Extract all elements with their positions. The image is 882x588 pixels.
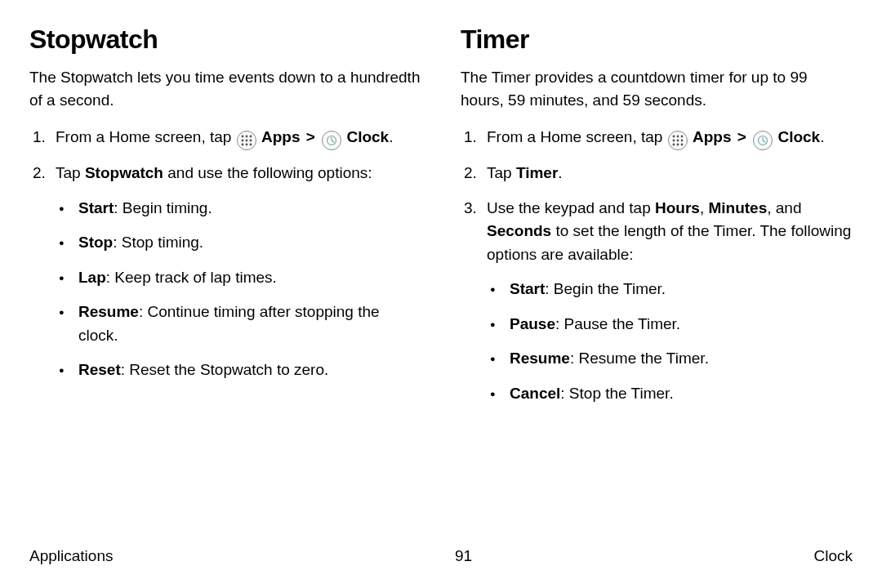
page-footer: Applications 91 Clock [29, 547, 853, 565]
clock-icon [753, 131, 773, 150]
list-item: Resume: Continue timing after stopping t… [56, 301, 421, 347]
timer-section: Timer The Timer provides a countdown tim… [461, 24, 853, 416]
timer-options-list: Start: Begin the Timer. Pause: Pause the… [487, 278, 853, 405]
timer-intro: The Timer provides a countdown timer for… [461, 66, 853, 111]
list-item: Pause: Pause the Timer. [487, 313, 853, 336]
stopwatch-options-list: Start: Begin timing. Stop: Stop timing. … [56, 197, 421, 382]
timer-step-1: From a Home screen, tap Apps > [461, 126, 853, 150]
svg-point-0 [241, 136, 243, 138]
chevron-icon: > [306, 128, 315, 145]
footer-left: Applications [29, 547, 113, 565]
stopwatch-section: Stopwatch The Stopwatch lets you time ev… [29, 24, 421, 416]
chevron-icon: > [737, 128, 746, 145]
svg-point-2 [249, 136, 252, 138]
svg-point-16 [672, 144, 675, 146]
stopwatch-heading: Stopwatch [29, 24, 421, 55]
svg-point-6 [241, 144, 243, 146]
svg-point-11 [676, 136, 679, 138]
timer-step-3: Use the keypad and tap Hours, Minutes, a… [461, 197, 853, 406]
list-item: Lap: Keep track of lap times. [56, 266, 421, 290]
footer-page-number: 91 [455, 547, 472, 565]
timer-heading: Timer [461, 24, 853, 55]
stopwatch-steps: From a Home screen, tap Apps > [29, 126, 421, 382]
list-item: Start: Begin the Timer. [487, 278, 853, 301]
apps-icon [237, 131, 256, 150]
svg-point-17 [676, 144, 679, 146]
svg-point-7 [245, 144, 247, 146]
svg-point-13 [672, 140, 675, 142]
footer-right: Clock [813, 547, 853, 565]
svg-point-4 [245, 140, 247, 142]
timer-steps: From a Home screen, tap Apps > [461, 126, 853, 405]
list-item: Resume: Resume the Timer. [487, 347, 853, 371]
svg-point-8 [249, 144, 252, 146]
apps-icon [668, 131, 688, 150]
svg-point-14 [676, 140, 679, 142]
timer-step-2: Tap Timer. [461, 162, 853, 185]
list-item: Reset: Reset the Stopwatch to zero. [56, 359, 421, 382]
svg-point-10 [672, 136, 675, 138]
list-item: Cancel: Stop the Timer. [487, 382, 853, 406]
svg-point-18 [680, 144, 683, 146]
svg-point-1 [245, 136, 247, 138]
list-item: Stop: Stop timing. [56, 231, 421, 255]
apps-label: Apps [261, 128, 301, 145]
clock-label: Clock [346, 128, 389, 145]
list-item: Start: Begin timing. [56, 197, 421, 220]
apps-label: Apps [693, 128, 732, 145]
clock-label: Clock [777, 128, 820, 145]
svg-point-5 [249, 140, 252, 142]
svg-point-12 [680, 136, 683, 138]
stopwatch-step-2: Tap Stopwatch and use the following opti… [29, 162, 421, 382]
stopwatch-step-1: From a Home screen, tap Apps > [29, 126, 421, 150]
clock-icon [322, 131, 341, 150]
svg-point-15 [680, 140, 683, 142]
stopwatch-intro: The Stopwatch lets you time events down … [29, 66, 421, 111]
svg-point-3 [241, 140, 243, 142]
